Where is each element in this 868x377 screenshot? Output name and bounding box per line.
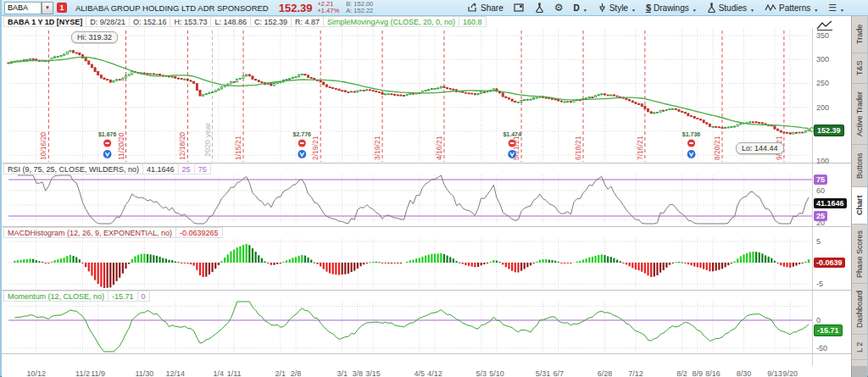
tab-phase-scores[interactable]: Phase Scores <box>852 225 867 284</box>
rsi-25-badge: 25 <box>814 211 827 221</box>
gridlines <box>8 29 812 352</box>
dividend-marker[interactable]: $1.736 <box>682 131 701 158</box>
sma-line <box>8 57 809 128</box>
x-axis-label: 8/16 <box>705 369 721 377</box>
rsi-level-low: 25 <box>179 164 195 175</box>
tab-dashboard[interactable]: Dashboard <box>852 284 867 335</box>
x-axis-label: 7/12 <box>628 369 643 377</box>
macd-panel-header: MACDHistogram (12, 26, 9, EXPONENTIAL, n… <box>3 227 223 238</box>
tab-active-trader[interactable]: Active Trader <box>852 84 867 145</box>
chart-canvas[interactable]: 10/16/2011/20/2012/18/201/15/212/19/213/… <box>2 16 854 377</box>
svg-text:6/18/21: 6/18/21 <box>574 136 582 160</box>
macd-value-badge: -0.0639 <box>814 258 845 268</box>
flask-icon <box>535 3 544 13</box>
menu-icon: ☰ <box>828 3 837 13</box>
chevron-down-icon: ▼ <box>632 8 636 14</box>
tab-chart[interactable]: Chart <box>852 187 867 225</box>
symbol-dropdown-button[interactable]: ▼ <box>42 2 53 14</box>
symbol-input[interactable] <box>4 2 42 14</box>
svg-text:$1.676: $1.676 <box>98 131 117 138</box>
macd-tick-minus5: -5 <box>816 280 823 288</box>
dividend-marker[interactable]: $1.676 <box>98 131 117 158</box>
chart-area: 10/16/2011/20/2012/18/201/15/212/19/213/… <box>2 16 854 377</box>
chart-title[interactable]: BABA 1 Y 1D [NYSE] <box>3 16 86 27</box>
svg-text:$1.736: $1.736 <box>682 131 701 138</box>
x-axis-label: 11/2 <box>75 369 90 377</box>
svg-text:10/16/20: 10/16/20 <box>39 132 47 160</box>
toolbar-button-label: Studies <box>719 3 747 13</box>
bid-ask: B: 152.00 A: 152.22 <box>346 1 373 14</box>
svg-text:8/20/21: 8/20/21 <box>713 136 721 160</box>
macd-study-label[interactable]: MACDHistogram (12, 26, 9, EXPONENTIAL, n… <box>3 227 176 238</box>
price-panel-header: BABA 1 Y 1D [NYSE] D: 9/28/21 O: 152.16 … <box>3 16 487 27</box>
svg-text:$2.776: $2.776 <box>293 131 312 138</box>
share-icon <box>467 3 478 13</box>
rsi-value-badge: 41.1646 <box>814 198 847 208</box>
resize-corner[interactable] <box>851 366 867 377</box>
x-axis-label: 4/12 <box>427 369 442 377</box>
momentum-study-label[interactable]: Momentum (12, CLOSE, no) <box>3 291 108 302</box>
rsi-tick-60: 60 <box>816 186 825 195</box>
svg-text:1/15/21: 1/15/21 <box>234 136 242 160</box>
dividend-marker[interactable]: $2.776 <box>293 131 312 158</box>
d-button[interactable]: D▼ <box>570 1 592 14</box>
svg-text:4/16/21: 4/16/21 <box>435 136 443 160</box>
alerts-badge[interactable]: 1 <box>57 3 67 13</box>
x-axis-label: 8/9 <box>693 369 704 377</box>
trendline-tool-icon[interactable] <box>815 19 834 31</box>
share-button[interactable]: Share <box>463 1 508 14</box>
studies-button[interactable]: Studies▼ <box>703 1 759 14</box>
chevron-down-icon: ▼ <box>750 8 754 14</box>
snapshot-button[interactable] <box>509 1 529 14</box>
rsi-study-value: 41.1646 <box>143 164 179 175</box>
momentum-value-badge: -15.71 <box>814 324 843 336</box>
symbol-box: ▼ <box>4 2 53 14</box>
x-axis-label: 2/1 <box>275 369 286 377</box>
ohlc-range: R: 4.87 <box>292 16 324 27</box>
price-tick-100: 100 <box>816 157 829 165</box>
patterns-button[interactable]: Patterns▼ <box>760 1 822 14</box>
studies-icon <box>707 3 716 13</box>
x-axis-label: 5/3 <box>476 369 487 377</box>
chevron-down-icon: ▼ <box>583 8 587 14</box>
ohlc-low: L: 148.86 <box>211 16 251 27</box>
svg-text:$1.474: $1.474 <box>503 131 521 138</box>
price-tick-200: 200 <box>816 103 829 112</box>
tab-buttons[interactable]: Buttons <box>852 145 867 187</box>
tab-t-s[interactable]: T&S <box>852 53 867 84</box>
top-toolbar: ▼ 1 ALIBABA GROUP HOLDING LTD ADR SPONSO… <box>2 0 868 16</box>
panel-divider <box>2 353 854 354</box>
x-axis-label: 3/8 <box>353 369 364 377</box>
momentum-tick-minus50: -50 <box>816 344 827 352</box>
menu-button[interactable]: ☰▼ <box>824 1 849 14</box>
sma-study-label[interactable]: SimpleMovingAvg (CLOSE, 20, 0, no) <box>324 16 459 27</box>
momentum-line <box>14 302 809 352</box>
price-tick-300: 300 <box>816 55 829 64</box>
x-axis-label: 9/20 <box>782 369 798 377</box>
drawings-icon: $ <box>646 3 651 13</box>
chevron-down-icon: ▼ <box>693 8 697 14</box>
ohlc-close: C: 152.39 <box>251 16 292 27</box>
toolbar-button-label: Style <box>609 3 628 13</box>
high-marker-bubble: Hi: 319.32 <box>71 31 118 43</box>
flask-button[interactable] <box>531 1 548 14</box>
style-button[interactable]: Style▼ <box>593 1 640 14</box>
gear-button[interactable]: ⚙ <box>550 1 568 14</box>
tab-l-2[interactable]: L 2 <box>852 335 867 360</box>
rsi-study-label[interactable]: RSI (9, 75, 25, CLOSE, WILDERS, no) <box>3 164 143 175</box>
chevron-down-icon: ▼ <box>814 8 818 14</box>
x-axis-label: 5/10 <box>489 369 504 377</box>
toolbar-buttons: Share⚙D▼Style▼$Drawings▼Studies▼Patterns… <box>463 1 865 14</box>
change-percent: +1.47% <box>317 8 339 14</box>
corporate-action-markers: $1.676$2.776$1.474$1.736 <box>98 131 700 158</box>
tab-trade[interactable]: Trade <box>852 16 867 53</box>
ohlc-date: D: 9/28/21 <box>86 16 130 27</box>
toolbar-button-label: Share <box>481 3 504 13</box>
x-axis-label: 12/14 <box>166 369 186 377</box>
macd-histogram <box>14 244 810 288</box>
x-axis-label: 2/8 <box>291 369 302 377</box>
chevron-down-icon: ▼ <box>840 8 844 14</box>
drawings-button[interactable]: $Drawings▼ <box>642 1 701 14</box>
x-axis-label: 3/15 <box>365 369 381 377</box>
momentum-zero-level: 0 <box>138 291 150 302</box>
